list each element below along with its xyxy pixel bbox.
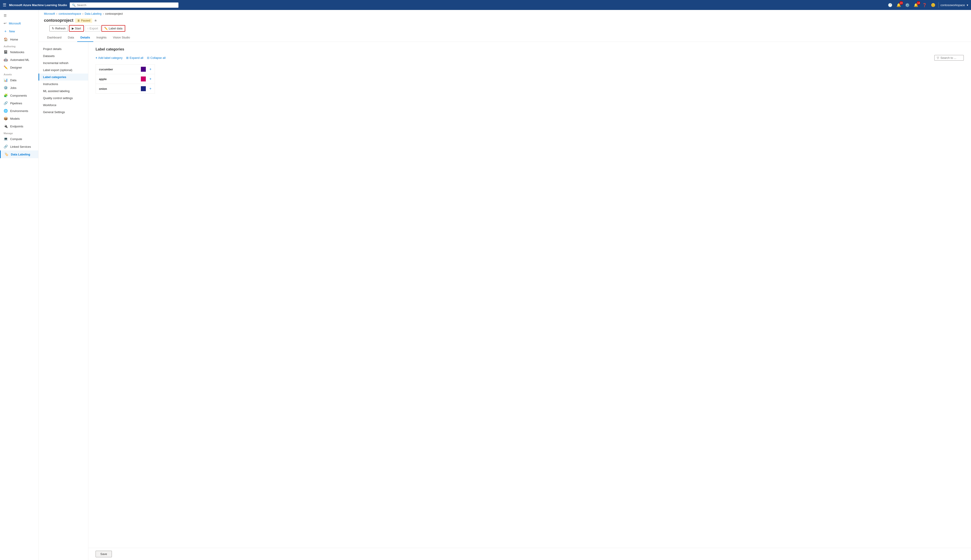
label-data-button[interactable]: ✏️ Label data (102, 25, 125, 32)
menu-icon: ☰ (3, 13, 7, 18)
username[interactable]: contosoworkspace (941, 3, 965, 7)
sidebar-jobs-label: Jobs (10, 86, 16, 90)
sub-nav-project-details[interactable]: Project details (38, 45, 88, 52)
sidebar-item-endpoints[interactable]: 🔌 Endpoints (0, 122, 38, 130)
breadcrumb-workspace[interactable]: contosoworkspace (58, 12, 81, 15)
sidebar-item-data-labeling[interactable]: 🏷️ Data Labeling (0, 150, 38, 158)
sub-nav-quality-control[interactable]: Quality control settings (38, 95, 88, 102)
settings-icon[interactable]: ⚙️ (904, 2, 911, 8)
hamburger-icon[interactable]: ☰ (3, 2, 6, 7)
paused-icon: ⏸ (77, 19, 80, 22)
sub-nav-instructions[interactable]: Instructions (38, 80, 88, 88)
nav-divider (938, 2, 939, 8)
authoring-label: Authoring (0, 43, 38, 48)
sidebar-item-compute[interactable]: 💻 Compute (0, 135, 38, 143)
assets-label: Assets (0, 71, 38, 76)
sidebar-toggle[interactable]: ☰ (0, 12, 38, 20)
save-button[interactable]: Save (95, 551, 112, 557)
components-icon: 🧩 (3, 93, 8, 98)
username-chevron[interactable]: ▾ (967, 3, 968, 7)
sidebar-models-label: Models (10, 117, 20, 120)
filter-icon: ▽ (937, 56, 939, 60)
automl-icon: 🤖 (3, 58, 8, 62)
label-item-cucumber: cucumber + (96, 65, 155, 74)
label-add-onion[interactable]: + (149, 87, 152, 91)
add-icon: + (95, 56, 97, 60)
expand-icon: ⊞ (126, 56, 129, 60)
nav-icons: 🕐 🔔 23 ⚙️ 🔔 14 ❓ 😊 contosoworkspace ▾ (887, 2, 968, 8)
sidebar-components-label: Components (10, 94, 27, 97)
label-color-onion[interactable] (141, 86, 146, 91)
sub-nav-general-settings[interactable]: General Settings (38, 108, 88, 116)
sidebar-item-back[interactable]: ↩ Microsoft (0, 20, 38, 27)
models-icon: 📦 (3, 117, 8, 121)
sidebar-item-home[interactable]: 🏠 Home (0, 35, 38, 43)
tab-dashboard[interactable]: Dashboard (44, 33, 65, 42)
sidebar-environments-label: Environments (10, 109, 28, 113)
sub-nav-label-export[interactable]: Label export (optional) (38, 67, 88, 73)
expand-all-button[interactable]: ⊞ Expand all (126, 56, 143, 60)
label-add-apple[interactable]: + (149, 77, 152, 81)
tab-details[interactable]: Details (77, 33, 93, 42)
sidebar-item-automl[interactable]: 🤖 Automated ML (0, 56, 38, 63)
alerts-icon[interactable]: 🔔 14 (913, 2, 919, 8)
sidebar-notebooks-label: Notebooks (10, 50, 24, 54)
favorite-star[interactable]: ★ (94, 18, 97, 23)
sidebar-automl-label: Automated ML (10, 58, 29, 62)
sidebar-pipelines-label: Pipelines (10, 102, 22, 105)
action-bar: ↻ Refresh ▶ Start ↑ Export ✏️ Label data (44, 25, 966, 33)
sidebar-new[interactable]: ＋ New (0, 27, 38, 35)
collapse-all-button[interactable]: ⊟ Collapse all (147, 56, 165, 60)
tab-data[interactable]: Data (65, 33, 77, 42)
sidebar-item-jobs[interactable]: ⚙️ Jobs (0, 84, 38, 92)
notebooks-icon: 📓 (3, 50, 8, 54)
tab-vision-studio[interactable]: Vision Studio (110, 33, 134, 42)
sidebar-item-notebooks[interactable]: 📓 Notebooks (0, 48, 38, 56)
label-color-apple[interactable] (141, 77, 146, 82)
sidebar-item-data[interactable]: 📊 Data (0, 76, 38, 84)
add-label-text: Add label category (98, 56, 123, 60)
data-labeling-icon: 🏷️ (4, 152, 8, 157)
tab-insights[interactable]: Insights (93, 33, 110, 42)
export-button[interactable]: ↑ Export (85, 25, 100, 32)
search-filter-input[interactable] (941, 56, 961, 60)
sidebar-item-designer[interactable]: ✏️ Designer (0, 63, 38, 71)
sub-nav-incremental-refresh[interactable]: Incremental refresh (38, 60, 88, 67)
breadcrumb-microsoft[interactable]: Microsoft (44, 12, 55, 15)
sub-nav-ml-assisted[interactable]: ML assisted labeling (38, 88, 88, 95)
sub-nav-label-categories[interactable]: Label categories (38, 73, 88, 80)
sidebar-item-components[interactable]: 🧩 Components (0, 92, 38, 99)
start-button[interactable]: ▶ Start (69, 25, 84, 32)
label-color-cucumber[interactable] (141, 67, 146, 72)
collapse-icon: ⊟ (147, 56, 149, 60)
sidebar-item-environments[interactable]: 🌐 Environments (0, 107, 38, 115)
back-icon: ↩ (3, 21, 7, 25)
page-title-row: contosoproject ⏸ Paused ★ (44, 18, 966, 23)
label-item-onion: onion + (96, 84, 155, 93)
search-input[interactable] (77, 3, 152, 7)
sidebar: ☰ ↩ Microsoft ＋ New 🏠 Home Authoring 📓 N… (0, 10, 38, 560)
sub-nav-workforce[interactable]: Workforce (38, 102, 88, 108)
workspace-selector[interactable]: This workspace ▾ (153, 3, 176, 7)
breadcrumb-sep-3: › (103, 12, 104, 15)
account-icon[interactable]: 😊 (930, 2, 937, 8)
notifications-icon[interactable]: 🔔 23 (895, 2, 902, 8)
sub-nav-datasets[interactable]: Datasets (38, 52, 88, 60)
sidebar-item-pipelines[interactable]: 🔗 Pipelines (0, 99, 38, 107)
breadcrumb-data-labeling[interactable]: Data Labeling (85, 12, 102, 15)
label-data-icon: ✏️ (104, 27, 108, 30)
label-add-cucumber[interactable]: + (149, 67, 152, 71)
help-icon[interactable]: ❓ (921, 2, 928, 8)
designer-icon: ✏️ (3, 65, 8, 70)
recent-icon[interactable]: 🕐 (887, 2, 894, 8)
sidebar-compute-label: Compute (10, 137, 22, 141)
sidebar-item-linked-services[interactable]: 🔗 Linked Services (0, 143, 38, 150)
sidebar-item-models[interactable]: 📦 Models (0, 115, 38, 122)
notification-badge: 23 (899, 1, 903, 5)
compute-icon: 💻 (3, 137, 8, 141)
refresh-button[interactable]: ↻ Refresh (49, 25, 68, 32)
add-label-category-button[interactable]: + Add label category (95, 56, 122, 60)
label-data-label: Label data (109, 27, 122, 30)
sub-nav: Project details Datasets Incremental ref… (38, 42, 88, 560)
label-name-cucumber: cucumber (99, 68, 137, 71)
